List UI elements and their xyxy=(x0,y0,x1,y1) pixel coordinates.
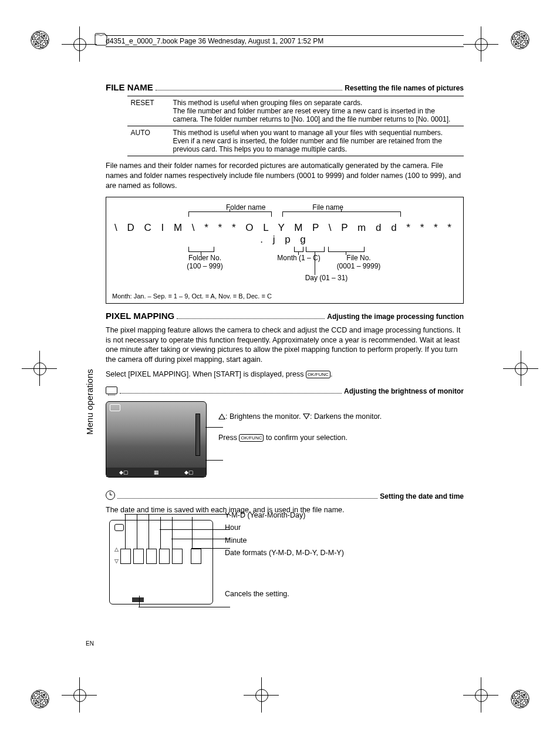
footer-language: EN xyxy=(86,640,94,647)
ok-func-button-icon: OK/FUNC xyxy=(306,371,330,378)
diagram-file-name-label: File name xyxy=(312,203,343,211)
page-header: d4351_e_0000_7.book Page 36 Wednesday, A… xyxy=(106,35,464,47)
up-triangle-icon xyxy=(218,414,225,419)
diagram-month-label: Month (1 – C) xyxy=(269,254,328,262)
section-title: FILE NAME xyxy=(106,82,153,92)
brightness-annotation-1: : Brightens the monitor. : Darkens the m… xyxy=(218,412,382,422)
date-label-hour: Hour xyxy=(225,523,344,533)
crop-crosshair-icon xyxy=(70,686,88,704)
file-name-options-table: RESET This method is useful when groupin… xyxy=(127,96,464,156)
diagram-file-no-label: File No. xyxy=(346,254,370,262)
option-reset-desc: This method is useful when grouping file… xyxy=(170,96,464,126)
section-brightness: Adjusting the brightness of monitor xyxy=(106,387,464,395)
diagram-folder-range: (100 – 999) xyxy=(187,262,222,270)
date-label-cancel: Cancels the setting. xyxy=(225,589,344,600)
section-subtitle: Setting the date and time xyxy=(380,492,464,500)
section-pixel-mapping: PIXEL MAPPING Adjusting the image proces… xyxy=(106,311,464,321)
date-label-minute: Minute xyxy=(225,536,344,546)
crop-starburst-icon xyxy=(511,31,529,49)
section-file-name: FILE NAME Resetting the file names of pi… xyxy=(106,82,464,92)
diagram-folder-no-label: Folder No. xyxy=(188,254,221,262)
section-subtitle: Adjusting the brightness of monitor xyxy=(344,387,464,395)
section-subtitle: Adjusting the image processing function xyxy=(327,313,464,321)
crop-crosshair-icon xyxy=(252,686,270,704)
date-label-ymd: Y-M-D (Year-Month-Day) xyxy=(225,510,344,521)
date-lcd-diagram: △ ▽ xyxy=(109,520,213,604)
crop-crosshair-icon xyxy=(70,35,88,53)
option-auto-desc: This method is useful when you want to m… xyxy=(170,126,464,156)
book-icon xyxy=(93,31,109,48)
option-reset-label: RESET xyxy=(127,96,170,126)
crop-crosshair-icon xyxy=(472,686,490,704)
diagram-folder-name-label: Folder name xyxy=(226,203,265,211)
crop-starburst-icon xyxy=(31,31,49,49)
crop-starburst-icon xyxy=(31,690,49,708)
lcd-preview: ◆▢▦◆▢ xyxy=(106,401,207,478)
sidebar-section-label: Menu operations xyxy=(85,369,95,435)
file-name-paragraph: File names and their folder names for re… xyxy=(106,161,464,191)
crop-crosshair-icon xyxy=(31,360,48,377)
section-title: PIXEL MAPPING xyxy=(106,311,174,321)
section-subtitle: Resetting the file names of pictures xyxy=(345,84,464,92)
file-path-diagram: Folder name File name \ D C I M \ * * * … xyxy=(106,197,464,304)
pixel-mapping-instruction: Select [PIXEL MAPPING]. When [START] is … xyxy=(106,370,464,379)
diagram-file-range: (0001 – 9999) xyxy=(337,262,381,270)
crop-crosshair-icon xyxy=(472,35,490,53)
down-triangle-icon xyxy=(303,414,310,419)
ok-func-button-icon: OK/FUNC xyxy=(239,434,264,442)
clock-icon xyxy=(106,491,115,500)
monitor-brightness-icon xyxy=(106,387,117,394)
section-date-time: Setting the date and time xyxy=(106,491,464,500)
crop-starburst-icon xyxy=(511,690,529,708)
option-auto-label: AUTO xyxy=(127,126,170,156)
crop-crosshair-icon xyxy=(512,360,529,377)
date-label-formats: Date formats (Y-M-D, M-D-Y, D-M-Y) xyxy=(225,548,344,559)
brightness-annotation-2: Press OK/FUNC to confirm your selection. xyxy=(218,433,382,444)
diagram-month-note: Month: Jan. – Sep. = 1 – 9, Oct. = A, No… xyxy=(112,293,457,300)
pixel-mapping-paragraph: The pixel mapping feature allows the cam… xyxy=(106,325,464,365)
diagram-day-label: Day (01 – 31) xyxy=(291,274,362,282)
diagram-file-path: \ D C I M \ * * * O L Y M P \ P m d d * … xyxy=(112,222,457,246)
